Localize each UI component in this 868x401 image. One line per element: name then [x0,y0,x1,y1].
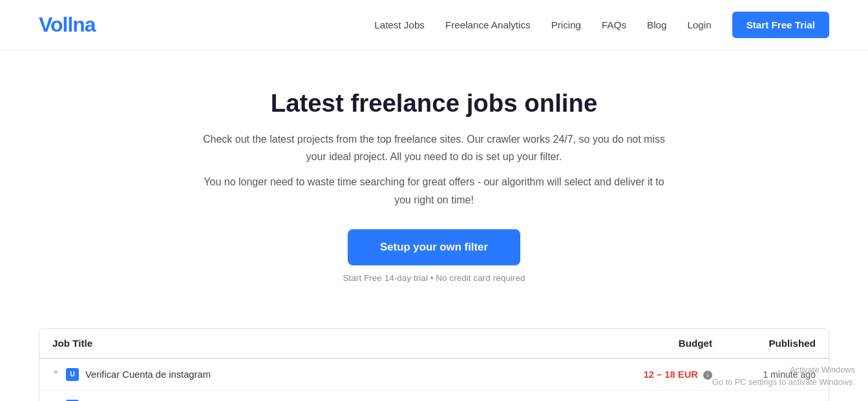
hero-section: Latest freelance jobs online Check out t… [169,50,699,309]
table-row: ⌃ U Verificar Cuenta de instagram 12 – 1… [39,359,829,391]
main-nav: Latest Jobs Freelance Analytics Pricing … [374,12,829,38]
column-header-published: Published [712,338,816,349]
jobs-table: Job Title Budget Published ⌃ U Verificar… [39,328,829,401]
row-expand-chevron[interactable]: ⌃ [52,369,59,379]
hero-description-2: You no longer need to waste time searchi… [195,173,673,208]
column-header-job-title: Job Title [52,338,609,349]
header: Vollna Latest Jobs Freelance Analytics P… [0,0,868,50]
nav-freelance-analytics[interactable]: Freelance Analytics [445,19,531,30]
nav-blog[interactable]: Blog [647,19,666,30]
published-0: 1 minute ago [712,369,816,380]
budget-info-icon[interactable]: i [703,371,712,380]
nav-pricing[interactable]: Pricing [551,19,581,30]
nav-latest-jobs[interactable]: Latest Jobs [374,19,425,30]
budget-0: 12 – 18 EUR i [609,369,712,380]
job-title-0[interactable]: Verificar Cuenta de instagram [85,369,211,380]
platform-icon: U [66,368,79,381]
start-free-trial-button[interactable]: Start Free Trial [732,12,829,38]
hero-description-1: Check out the latest projects from the t… [195,130,673,165]
nav-login[interactable]: Login [687,19,711,30]
hero-title: Latest freelance jobs online [195,89,673,118]
setup-filter-button[interactable]: Setup your own filter [348,229,520,265]
table-row: ⌃ U Project for caciocode 250 USD 1 minu… [39,391,829,401]
nav-faqs[interactable]: FAQs [602,19,626,30]
column-header-budget: Budget [609,338,712,349]
row-left-0: ⌃ U Verificar Cuenta de instagram [52,368,609,381]
brand-logo[interactable]: Vollna [39,13,96,37]
table-header-row: Job Title Budget Published [39,329,829,359]
trial-note: Start Free 14-day trial • No credit card… [195,273,673,283]
